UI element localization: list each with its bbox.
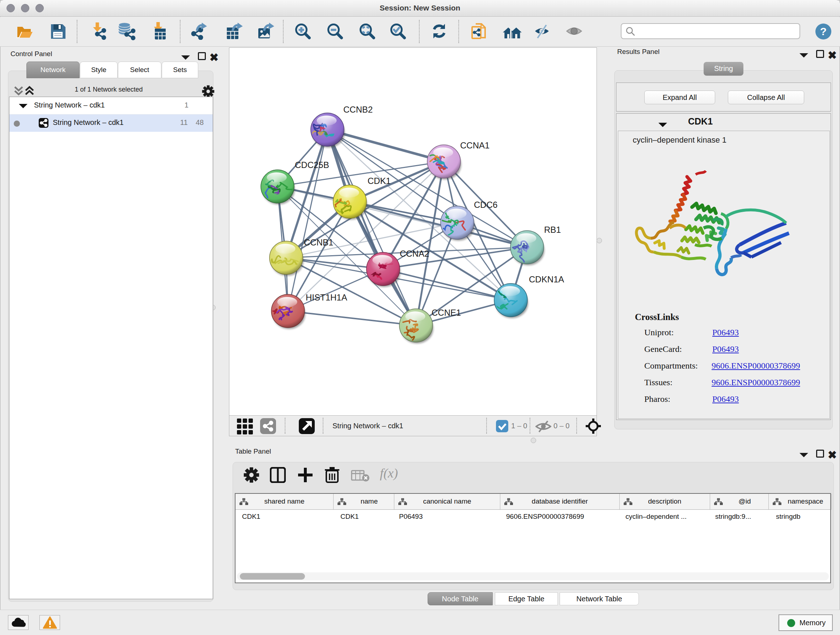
svg-text:CDC25B: CDC25B (295, 160, 329, 170)
svg-text:CCNB1: CCNB1 (304, 238, 333, 247)
svg-text:CDK1: CDK1 (368, 176, 391, 186)
svg-text:?: ? (820, 25, 827, 37)
svg-text:CCNB2: CCNB2 (343, 105, 373, 114)
svg-text:HIST1H1A: HIST1H1A (306, 293, 347, 302)
svg-text:CCNA2: CCNA2 (400, 249, 429, 258)
svg-text:RB1: RB1 (544, 225, 561, 234)
svg-text:CCNE1: CCNE1 (431, 308, 461, 318)
svg-text:CDKN1A: CDKN1A (529, 274, 564, 284)
svg-text:CDC6: CDC6 (474, 200, 497, 210)
svg-text:CCNA1: CCNA1 (460, 141, 489, 150)
